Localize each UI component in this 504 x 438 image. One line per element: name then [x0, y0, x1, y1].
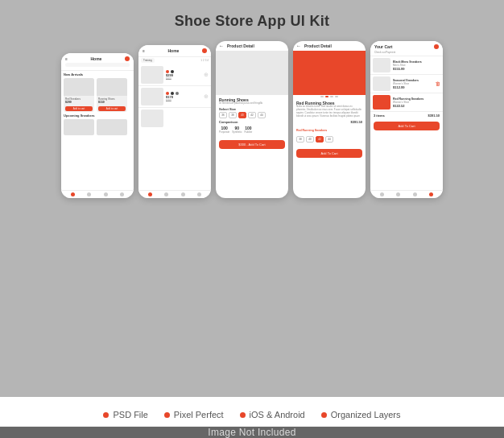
- list-img-3: [141, 110, 163, 127]
- feature-dot-ios: [240, 412, 246, 418]
- feature-layers: Organized Layers: [321, 410, 401, 419]
- list-product-3-area: [138, 108, 211, 130]
- feature-psd: PSD File: [103, 410, 147, 419]
- cart-icon-2[interactable]: ⊕: [202, 93, 209, 100]
- list-product-2: $178 $280 ⊕: [138, 86, 211, 108]
- trash-icon[interactable]: 🗑: [436, 81, 440, 86]
- product-img: [64, 78, 94, 96]
- size-options: 36 38 40 42 44: [219, 112, 285, 118]
- nav-profile-2: [197, 192, 201, 196]
- nav-search-2: [164, 192, 168, 196]
- phone3-header: ← Product Detail: [216, 41, 288, 51]
- cart-img-1: [373, 58, 390, 72]
- add-to-cart-btn-3[interactable]: $300 - Add To Cart: [219, 140, 285, 149]
- cart-item-1: Black Mens Sneakers Men's Shoe $155.99: [370, 56, 443, 75]
- upcoming-img-1: [64, 119, 94, 135]
- phone5-nav: [370, 190, 443, 198]
- cart-item-3: Red Running Sneakers Women's Shoe $122.5…: [370, 93, 443, 112]
- phone2-header: ≡ Home: [138, 45, 211, 57]
- feature-dot-layers: [321, 412, 327, 418]
- color-black-2: [171, 92, 174, 95]
- phone4-detail: Red Running Shoes Nulla eu lobortis tort…: [293, 98, 366, 147]
- back-arrow-4[interactable]: ←: [296, 43, 301, 48]
- nav-home-2: [148, 192, 152, 196]
- filter-row: Training 1234: [138, 57, 211, 64]
- list-product-1: $299 $400 ⊕: [138, 64, 211, 86]
- size-40[interactable]: 40: [238, 112, 246, 118]
- phone5-header: Your Cart Check out Payment: [370, 41, 443, 56]
- size-42[interactable]: 42: [248, 112, 256, 118]
- nav-heart-5: [413, 192, 417, 196]
- nav-heart-2: [181, 192, 185, 196]
- add-to-cart-btn-1[interactable]: Add to cart: [65, 106, 93, 111]
- phone-5: Your Cart Check out Payment Black Mens S…: [370, 41, 443, 198]
- back-arrow[interactable]: ←: [219, 43, 224, 48]
- feature-dot-pixel: [164, 412, 170, 418]
- add-to-cart-btn-4[interactable]: Add To Cart: [296, 149, 362, 158]
- cart-item-2: Seasonal Sneakers Women's Shoe $112.99 🗑: [370, 75, 443, 93]
- red-main-img: [293, 51, 366, 95]
- features-section: PSD File Pixel Perfect iOS & Android Org…: [0, 397, 504, 438]
- feature-label-psd: PSD File: [113, 410, 147, 419]
- upcoming-img-2: [97, 119, 127, 135]
- product-main-img: [216, 51, 288, 95]
- upcoming-label: Upcoming Sneakers: [61, 114, 134, 118]
- notification-dot-2: [202, 48, 207, 53]
- not-included-text: Image Not Included: [208, 427, 295, 438]
- size-42-4[interactable]: 42: [316, 136, 324, 143]
- img-dots: [293, 96, 366, 97]
- notification-dot-5: [434, 44, 439, 49]
- size-38-4[interactable]: 38: [296, 136, 304, 143]
- nav-home-5: [380, 192, 384, 196]
- color-black: [171, 70, 174, 73]
- red-running-label: Red Running Sneakers $391.50: [296, 120, 362, 134]
- size-44[interactable]: 44: [258, 112, 266, 118]
- size-options-4: 38 40 42 44: [296, 136, 362, 143]
- product-card-2: Running Shoes $159 Add to cart: [97, 78, 127, 112]
- feature-ios: iOS & Android: [240, 410, 305, 419]
- cart-img-2: [373, 76, 390, 91]
- product-grid: Red Sneakers $299 Add to cart Running Sh…: [61, 78, 134, 112]
- feature-label-ios: iOS & Android: [250, 410, 305, 419]
- cart-total: 3 items $391.50: [370, 112, 443, 119]
- feature-label-pixel: Pixel Perfect: [174, 410, 224, 419]
- phone-1: ≡ Home New Arrivals Red Sneakers $299 Ad…: [61, 53, 134, 198]
- product-img-2: [97, 78, 127, 96]
- nav-profile: [120, 192, 124, 196]
- phone-3: ← Product Detail Running Shoes Ut fermen…: [216, 41, 288, 198]
- nav-home: [71, 192, 75, 196]
- phone2-nav: [138, 190, 211, 198]
- notification-dot: [125, 56, 130, 61]
- dark-footer: Image Not Included: [0, 427, 504, 438]
- comparison-row: 100 Porporate 90 Synthetic 100 Rubber: [219, 126, 285, 134]
- nav-profile-5: [429, 192, 433, 196]
- feature-dot-psd: [103, 412, 109, 418]
- upcoming-grid: [61, 119, 134, 135]
- color-gray: [176, 92, 179, 95]
- features-row: PSD File Pixel Perfect iOS & Android Org…: [0, 403, 504, 427]
- cart-img-3: [373, 95, 390, 110]
- add-to-cart-btn-2[interactable]: Add to cart: [98, 106, 126, 111]
- phone-nav: [61, 190, 134, 198]
- size-40-4[interactable]: 40: [306, 136, 314, 143]
- color-red: [166, 70, 169, 73]
- nav-search: [87, 192, 91, 196]
- size-36[interactable]: 36: [219, 112, 227, 118]
- size-38[interactable]: 38: [229, 112, 237, 118]
- detail-section: Running Shoes Ut fermentum placerat puru…: [216, 95, 288, 138]
- size-44-4[interactable]: 44: [325, 136, 333, 143]
- feature-pixel: Pixel Perfect: [164, 410, 224, 419]
- filter-badge[interactable]: Training: [141, 58, 155, 63]
- phone4-header: ← Product Detail: [293, 41, 366, 51]
- page-dots: 1234: [200, 59, 209, 62]
- feature-label-layers: Organized Layers: [331, 410, 401, 419]
- color-red-2: [166, 92, 169, 95]
- list-img-1: [141, 66, 163, 84]
- nav-heart: [104, 192, 108, 196]
- list-img-2: [141, 88, 163, 105]
- nav-search-5: [396, 192, 400, 196]
- phone-2: ≡ Home Training 1234 $2: [138, 45, 211, 198]
- product-card-1: Red Sneakers $299 Add to cart: [64, 78, 94, 112]
- checkout-btn[interactable]: Add To Cart: [374, 122, 440, 130]
- cart-icon[interactable]: ⊕: [202, 72, 209, 78]
